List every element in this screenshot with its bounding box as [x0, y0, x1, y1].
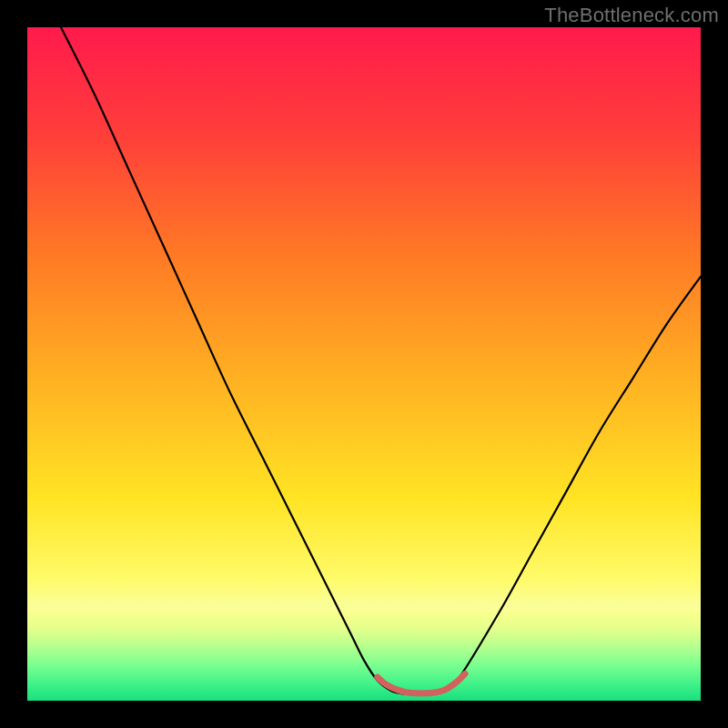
- chart-svg: [27, 27, 701, 701]
- chart-plot-area: [27, 27, 701, 701]
- watermark-text: TheBottleneck.com: [544, 4, 719, 27]
- gradient-background: [27, 27, 701, 701]
- bottom-strip: [27, 610, 701, 701]
- chart-frame: TheBottleneck.com: [0, 0, 728, 728]
